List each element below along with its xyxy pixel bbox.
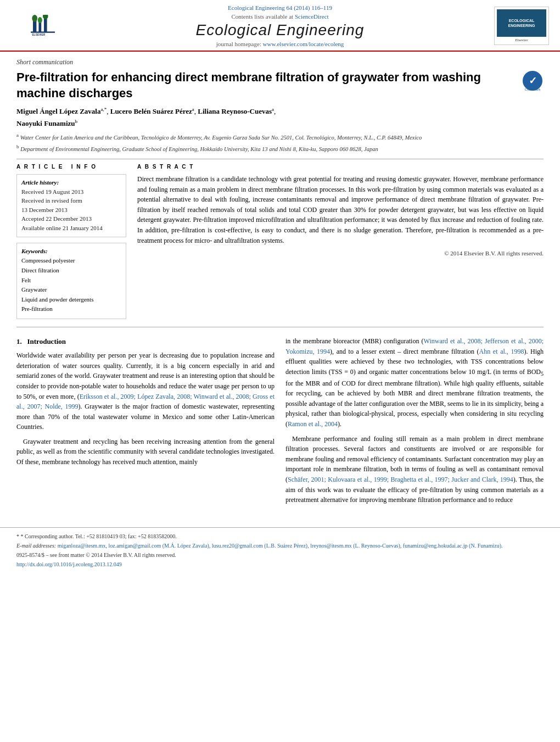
received-date: Received 19 August 2013	[21, 187, 121, 197]
affiliation-1: a Water Center for Latin America and the…	[16, 132, 544, 142]
corresponding-text: * Corresponding author. Tel.: +52 818104…	[21, 533, 177, 539]
article-history-box: Article history: Received 19 August 2013…	[16, 174, 126, 238]
ref-schafer[interactable]: Schäfer, 2001; Kulovaara et al., 1999; B…	[288, 476, 513, 483]
svg-rect-6	[31, 31, 55, 32]
crossmark-icon[interactable]: ✓ CrossMark	[522, 70, 544, 92]
author-3: Liliana Reynoso-Cuevas	[198, 108, 272, 116]
body-col-right: in the membrane bioreactor (MBR) configu…	[285, 336, 544, 510]
svg-text:✓: ✓	[529, 75, 537, 86]
intro-section-title: 1. Introduction	[16, 336, 275, 347]
doi-link[interactable]: http://dx.doi.org/10.1016/j.ecoleng.2013…	[16, 561, 122, 567]
author-2: Lucero Belén Suárez Pérez	[110, 108, 192, 116]
keywords-box: Keywords: Compressed polyester Direct fi…	[16, 243, 126, 319]
author-4: Naoyuki Funamizu	[16, 120, 75, 128]
journal-cover-image: ECOLOGICALENGINEERING Elsevier	[494, 7, 549, 45]
doi-line: http://dx.doi.org/10.1016/j.ecoleng.2013…	[16, 560, 544, 568]
elsevier-logo-icon: ELSEVIER	[30, 15, 58, 37]
footer: * * Corresponding author. Tel.: +52 8181…	[0, 527, 560, 574]
svg-point-5	[43, 15, 48, 19]
corresponding-note: * * Corresponding author. Tel.: +52 8181…	[16, 532, 544, 540]
history-label: Article history:	[21, 179, 121, 186]
keyword-5: Liquid and powder detergents	[21, 295, 121, 305]
abstract-text: Direct membrane filtration is a candidat…	[137, 174, 544, 246]
email-label: E-mail addresses:	[16, 543, 56, 549]
keyword-1: Compressed polyester	[21, 256, 121, 266]
authors-line: Miguel Ángel López Zavalaa,*, Lucero Bel…	[16, 105, 544, 130]
journal-title: Ecological Engineering	[77, 21, 483, 39]
available-date: Available online 21 January 2014	[21, 224, 121, 233]
svg-rect-4	[44, 17, 47, 32]
accepted-date: Accepted 22 December 2013	[21, 214, 121, 224]
keyword-4: Graywater	[21, 285, 121, 295]
star-symbol: *	[16, 533, 21, 539]
intro-para-3: in the membrane bioreactor (MBR) configu…	[285, 336, 544, 429]
body-col-left: 1. Introduction Worldwide water availabi…	[16, 336, 275, 510]
ref-eriksson[interactable]: Eriksson et al., 2009; López Zavala, 200…	[16, 393, 275, 411]
journal-url[interactable]: www.elsevier.com/locate/ecoleng	[263, 41, 344, 47]
article-type: Short communication	[16, 58, 544, 66]
abstract-heading: A B S T R A C T	[137, 164, 544, 170]
ref-ramon[interactable]: Ramon et al., 2004	[288, 420, 338, 428]
affiliations: a Water Center for Latin America and the…	[16, 132, 544, 153]
intro-para-1: Worldwide water availability per person …	[16, 350, 275, 432]
intro-para-4: Membrane performance and fouling still r…	[285, 434, 544, 505]
journal-homepage: journal homepage: www.elsevier.com/locat…	[77, 41, 483, 47]
journal-citation: Ecological Engineering 64 (2014) 116–119	[77, 4, 483, 11]
keyword-2: Direct filtration	[21, 266, 121, 276]
issn-line: 0925-8574/$ – see front matter © 2014 El…	[16, 551, 544, 559]
keyword-6: Pre-filtration	[21, 304, 121, 314]
intro-para-2: Graywater treatment and recycling has be…	[16, 437, 275, 467]
keyword-3: Felt	[21, 276, 121, 286]
divider-1	[16, 159, 544, 159]
copyright: © 2014 Elsevier B.V. All rights reserved…	[137, 250, 544, 256]
contents-label: Contents lists available at	[231, 13, 294, 20]
affiliation-2: b Department of Environmental Engineerin…	[16, 143, 544, 153]
contents-available: Contents lists available at ScienceDirec…	[77, 13, 483, 20]
article-info-heading: A R T I C L E I N F O	[16, 164, 126, 170]
article-title: Pre-filtration for enhancing direct memb…	[16, 70, 483, 101]
svg-text:ELSEVIER: ELSEVIER	[32, 34, 45, 36]
email-line: E-mail addresses: miganloza@itesm.mx, lo…	[16, 542, 544, 550]
sciencedirect-link[interactable]: ScienceDirect	[295, 13, 329, 20]
svg-point-1	[32, 15, 37, 22]
received-revised: Received in revised form 13 December 201…	[21, 196, 121, 214]
ref-ahn[interactable]: Ahn et al., 1998	[479, 348, 524, 355]
author-1: Miguel Ángel López Zavala	[16, 108, 100, 116]
author-emails[interactable]: miganloza@itesm.mx, loz.amigan@gmail.com…	[58, 543, 503, 549]
divider-2	[16, 327, 544, 327]
svg-point-3	[38, 17, 42, 23]
keywords-label: Keywords:	[21, 248, 121, 254]
svg-text:CrossMark: CrossMark	[524, 88, 541, 91]
